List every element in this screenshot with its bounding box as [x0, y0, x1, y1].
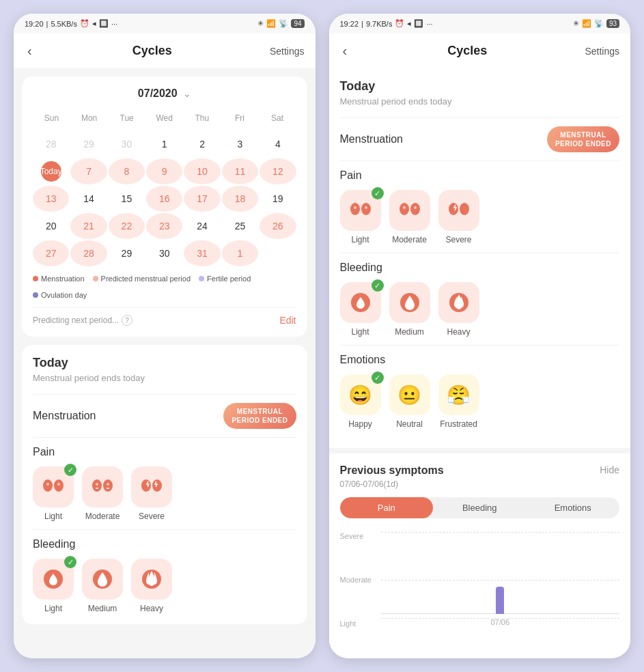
today-title-right: Today [340, 79, 620, 94]
prev-symptoms-header: Previous symptoms Hide [340, 464, 620, 477]
hide-button[interactable]: Hide [600, 464, 619, 475]
legend-menstruation: Menstruation [33, 275, 85, 283]
cal-day[interactable]: 10 [184, 158, 220, 184]
chart-y-moderate: Moderate [340, 576, 372, 584]
cal-day[interactable]: 4 [260, 131, 296, 157]
back-button-right[interactable]: ‹ [340, 40, 350, 61]
cal-day[interactable]: 14 [70, 186, 107, 212]
cal-day[interactable]: 24 [184, 213, 220, 239]
settings-button-right[interactable]: Settings [585, 46, 619, 57]
cal-day[interactable]: 16 [146, 186, 182, 212]
divider-right-2 [340, 160, 620, 161]
weekday-tue: Tue [108, 111, 145, 126]
cal-day[interactable]: 9 [146, 158, 182, 184]
cal-day-today[interactable]: Today [33, 158, 69, 184]
status-bar-right: 19:22 | 9.7KB/s ⏰ ◂ 🔲 ··· ✳ 📶 📡 93 [329, 14, 631, 33]
calendar-expand-icon[interactable]: ⌄ [183, 88, 191, 99]
cal-day[interactable]: 19 [260, 186, 296, 212]
svg-point-18 [365, 206, 367, 209]
emotion-frustrated-right[interactable]: 😤 Frustrated [438, 374, 479, 429]
legend-fertile-label: Fertile period [207, 275, 251, 283]
signal-icon-right: 📶 [582, 19, 591, 28]
bleeding-options-left: Light Medium [33, 559, 296, 613]
menstrual-badge-right: MENSTRUALPERIOD ENDED [547, 126, 619, 152]
emotion-neutral-right[interactable]: 😐 Neutral [389, 374, 430, 429]
pain-moderate-label-right: Moderate [392, 235, 427, 244]
cal-day[interactable]: 17 [184, 186, 220, 212]
chart-bar-fill [496, 587, 504, 614]
pain-light-left[interactable]: Light [33, 466, 74, 521]
cal-day[interactable]: 20 [33, 213, 69, 239]
cal-day[interactable]: 26 [260, 213, 296, 239]
calendar-card: 07/2020 ⌄ Sun Mon Tue Wed Thu Fri Sat 28… [22, 76, 307, 337]
cal-day[interactable]: 3 [222, 131, 258, 157]
calendar-days: 28 29 30 1 2 3 4 Today 7 8 9 10 11 [33, 131, 296, 266]
time-left: 19:20 [25, 20, 44, 28]
today-section-right: Today Menstrual period ends today Menstr… [329, 68, 631, 440]
pain-severe-label-right: Severe [445, 235, 471, 244]
cal-day[interactable]: 28 [70, 240, 107, 266]
bleed-medium-icon-left [82, 559, 123, 600]
cal-day[interactable]: 7 [70, 158, 107, 184]
settings-button-left[interactable]: Settings [270, 46, 305, 57]
network-left: 5.5KB/s [51, 20, 77, 28]
pain-light-right[interactable]: Light [340, 190, 381, 244]
cal-day[interactable]: 28 [33, 131, 69, 157]
tab-pain[interactable]: Pain [340, 497, 434, 518]
cal-day[interactable]: 12 [260, 158, 296, 184]
svg-point-7 [107, 483, 109, 486]
tab-emotions[interactable]: Emotions [527, 497, 620, 518]
weekday-fri: Fri [221, 111, 258, 126]
pain-title-right: Pain [340, 169, 620, 182]
happy-emoji: 😄 [348, 384, 372, 406]
cal-day[interactable]: 2 [184, 131, 220, 157]
cal-day[interactable]: 21 [70, 213, 107, 239]
prev-symptoms-card: Previous symptoms Hide 07/06-07/06(1d) P… [329, 448, 631, 652]
pain-light-icon-right [340, 190, 381, 231]
cal-day[interactable]: 11 [222, 158, 258, 184]
cal-day[interactable]: 13 [33, 186, 69, 212]
cal-day[interactable]: 29 [109, 240, 145, 266]
bleed-medium-left[interactable]: Medium [82, 559, 123, 613]
cal-day[interactable]: 1 [146, 131, 182, 157]
legend-ovulation: Ovulation day [33, 291, 87, 299]
divider-right-3 [340, 253, 620, 253]
pain-moderate-left[interactable]: Moderate [82, 466, 123, 521]
cal-day[interactable]: 15 [109, 186, 145, 212]
bleed-heavy-right[interactable]: Heavy [438, 282, 479, 337]
tab-bleeding[interactable]: Bleeding [433, 497, 527, 518]
pain-severe-right[interactable]: Severe [438, 190, 479, 244]
cal-day[interactable]: 25 [222, 213, 258, 239]
emotion-neutral-label-right: Neutral [396, 419, 423, 429]
cal-day[interactable]: 8 [109, 158, 145, 184]
cal-day[interactable]: 22 [109, 213, 145, 239]
left-phone-content: 07/2020 ⌄ Sun Mon Tue Wed Thu Fri Sat 28… [14, 68, 316, 658]
bleed-heavy-left[interactable]: Heavy [131, 559, 172, 613]
pain-severe-left[interactable]: Severe [131, 466, 172, 521]
svg-point-22 [414, 206, 417, 209]
legend-predicted-label: Predicted menstrual period [101, 275, 191, 283]
cal-day[interactable]: 30 [146, 240, 182, 266]
back-button-left[interactable]: ‹ [25, 40, 35, 61]
menstruation-row-right: Menstruation MENSTRUALPERIOD ENDED [340, 126, 620, 152]
pain-moderate-right[interactable]: Moderate [389, 190, 430, 244]
cal-day[interactable]: 29 [70, 131, 107, 157]
menstruation-label-left: Menstruation [33, 410, 96, 422]
cal-day[interactable]: 31 [184, 240, 220, 266]
cal-day[interactable]: 27 [33, 240, 69, 266]
pain-light-icon-left [33, 466, 74, 507]
predicted-dot-icon [93, 276, 98, 281]
bleed-light-right[interactable]: Light [340, 282, 381, 337]
info-icon[interactable]: ? [122, 315, 132, 326]
bleed-medium-right[interactable]: Medium [389, 282, 430, 337]
edit-button[interactable]: Edit [279, 315, 296, 326]
frustrated-emoji: 😤 [447, 384, 471, 406]
pain-light-label-right: Light [351, 235, 369, 244]
cal-day[interactable]: 23 [146, 213, 182, 239]
emotion-happy-right[interactable]: 😄 Happy [340, 374, 381, 429]
cal-day[interactable]: 1 [222, 240, 258, 266]
cal-day[interactable]: 30 [109, 131, 145, 157]
bleed-light-left[interactable]: Light [33, 559, 74, 613]
cal-day[interactable]: 18 [222, 186, 258, 212]
calendar-grid: Sun Mon Tue Wed Thu Fri Sat 28 29 30 1 2… [33, 111, 296, 266]
